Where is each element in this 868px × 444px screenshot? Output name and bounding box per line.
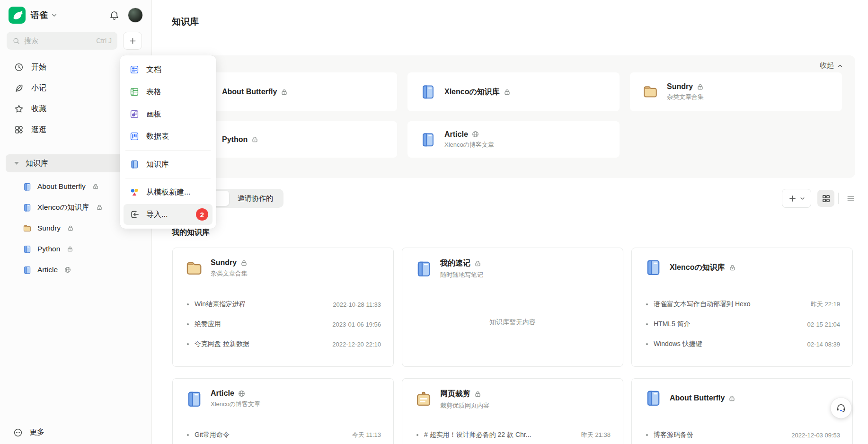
bullet-dot [416,434,418,436]
compass-grid-icon [14,125,24,134]
pinned-card-xlenco-kb[interactable]: Xlencoの知识库 [407,72,620,111]
doc-item[interactable]: Git常用命令今天 11:13 [173,425,393,444]
doc-date: 2022-12-20 22:10 [327,341,381,348]
doc-item[interactable]: Win结束指定进程2022-10-28 11:33 [173,294,393,314]
table-icon [130,87,139,97]
tab-label: 邀请协作的 [238,194,273,203]
search-input[interactable]: 搜索 Ctrl J [7,32,117,50]
bullet-dot [646,434,648,436]
user-avatar[interactable] [128,8,143,23]
pinned-card-about-butterfly[interactable]: About Butterfly [185,72,397,111]
kb-card-desc: 杂类文章合集 [211,269,248,278]
book-icon [130,160,139,169]
nav-label: 逛逛 [31,125,46,135]
sidebar-more-button[interactable]: 更多 [13,427,44,437]
tree-item-label: Python [37,245,60,253]
doc-item[interactable]: 绝赞应用2023-01-06 19:56 [173,314,393,334]
kb-card-desc: Xlencoの博客文章 [211,400,260,408]
bullet-dot [646,303,648,305]
tab-invited-collab[interactable]: 邀请协作的 [229,191,282,206]
pinned-card-article[interactable]: Article Xlencoの博客文章 [407,121,620,158]
template-icon [130,187,139,197]
list-view-icon [846,194,855,203]
pinned-card-python[interactable]: Python [185,121,397,158]
menu-item-datatable[interactable]: 数据表 [124,126,213,147]
kb-card-desc: 裁剪优质网页内容 [440,401,489,410]
book-icon [415,260,433,278]
doc-date: 2022-12-03 09:53 [786,432,840,439]
collapse-button[interactable]: 收起 [820,61,843,70]
doc-item[interactable]: HTML5 简介02-15 21:04 [632,314,852,334]
bullet-dot [187,434,189,436]
doc-item[interactable]: 博客源码备份2022-12-03 09:53 [632,425,852,444]
kb-card-name: 网页裁剪 [440,389,470,399]
headset-icon [835,402,847,414]
kb-card-desc: 随时随地写笔记 [440,271,483,279]
lock-icon [474,260,481,267]
app-window: 语雀 搜索 Ctrl J 开始 小记 [0,0,868,444]
workspace-chevron-down-icon[interactable] [51,12,57,18]
bullet-dot [187,303,189,305]
book-icon [644,389,662,407]
lock-icon [251,136,258,143]
pinned-card-desc: Xlencoの博客文章 [444,141,494,149]
menu-divider [125,178,211,178]
menu-item-label: 数据表 [146,132,169,142]
doc-item[interactable]: 语雀富文本写作自动部署到 Hexo昨天 22:19 [632,294,852,314]
sidebar-header: 语雀 [0,0,151,25]
doc-date: 02-15 21:04 [802,321,840,328]
lock-icon [96,204,103,211]
tree-item-label: About Butterfly [37,182,86,191]
kb-card-xlenco-kb[interactable]: Xlencoの知识库 语雀富文本写作自动部署到 Hexo昨天 22:19 HTM… [631,248,853,367]
grid-view-toggle[interactable] [817,190,834,207]
kb-card-web-clips[interactable]: 网页裁剪 裁剪优质网页内容 # 超实用！设计师必备的 22 款 Chr...昨天… [402,378,623,444]
datatable-icon [130,132,139,141]
menu-item-import[interactable]: 导入... 2 [124,204,213,225]
kb-card-quick-notes[interactable]: 我的速记 随时随地写笔记 知识库暂无内容 [402,248,623,367]
lock-icon [504,89,511,96]
menu-item-sheet[interactable]: 表格 [124,81,213,102]
create-new-button[interactable] [123,32,142,50]
pinned-card-sundry[interactable]: Sundry 杂类文章合集 [630,72,842,111]
kb-empty-text: 知识库暂无内容 [402,318,623,327]
caret-down-icon[interactable] [14,162,19,165]
menu-item-label: 知识库 [146,160,169,169]
doc-date: 2023-01-06 19:56 [327,321,381,328]
app-logo[interactable] [9,7,26,24]
folder-icon [642,84,658,100]
sidebar-item-article[interactable]: Article [0,259,151,280]
ellipsis-circle-icon [13,428,23,437]
pinned-card-name: Xlencoの知识库 [444,87,500,97]
pinned-card-name: About Butterfly [222,88,277,96]
doc-title: Win结束指定进程 [195,300,246,309]
doc-item[interactable]: Windows 快捷键02-14 08:39 [632,334,852,354]
nav-label: 小记 [31,83,46,93]
doc-title: 博客源码备份 [654,431,693,439]
globe-icon [472,131,479,138]
notifications-bell-icon[interactable] [109,10,119,20]
kb-card-sundry[interactable]: Sundry 杂类文章合集 Win结束指定进程2022-10-28 11:33 … [172,248,394,367]
globe-icon [64,266,71,273]
menu-item-document[interactable]: 文档 [124,59,213,80]
doc-title: # 超实用！设计师必备的 22 款 Chr... [424,431,531,439]
search-placeholder: 搜索 [24,36,38,45]
list-view-toggle[interactable] [842,190,859,207]
menu-item-new-from-template[interactable]: 从模板新建... [124,182,213,203]
kb-card-about-butterfly[interactable]: About Butterfly 博客源码备份2022-12-03 09:53 [631,378,853,444]
sidebar-item-python[interactable]: Python [0,239,151,259]
help-support-button[interactable] [831,398,851,418]
doc-title: 夸克网盘 拉新数据 [195,340,249,348]
menu-item-board[interactable]: 画板 [124,104,213,124]
doc-item[interactable]: 夸克网盘 拉新数据2022-12-20 22:10 [173,334,393,354]
new-kb-dropdown-button[interactable] [782,189,811,208]
lock-icon [729,264,736,271]
menu-item-knowledge-base[interactable]: 知识库 [124,154,213,175]
create-menu: 文档 表格 画板 数据表 知识库 从模板新建... 导入... 2 [120,55,216,229]
lock-icon [697,83,704,90]
doc-title: 绝赞应用 [195,320,221,329]
tree-header-label: 知识库 [26,159,48,169]
lock-icon [281,89,288,96]
doc-item[interactable]: # 超实用！设计师必备的 22 款 Chr...昨天 21:38 [402,425,623,444]
menu-item-label: 文档 [146,65,161,75]
kb-card-article[interactable]: Article Xlencoの博客文章 Git常用命令今天 11:13 [172,378,394,444]
